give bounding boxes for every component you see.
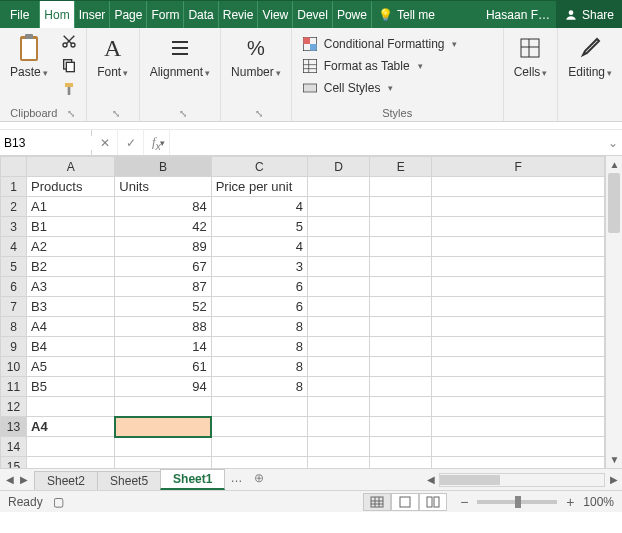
editing-button[interactable]: Editing▾ xyxy=(564,30,616,81)
scroll-left-icon[interactable]: ◀ xyxy=(422,471,439,488)
cell[interactable]: 6 xyxy=(211,277,307,297)
cell[interactable] xyxy=(211,437,307,457)
cell[interactable] xyxy=(115,397,211,417)
cell[interactable]: 5 xyxy=(211,217,307,237)
cell[interactable] xyxy=(307,257,369,277)
cell[interactable] xyxy=(432,177,605,197)
col-header-d[interactable]: D xyxy=(307,157,369,177)
alignment-launcher[interactable]: ⤡ xyxy=(179,108,187,119)
cell[interactable] xyxy=(307,457,369,469)
row-header[interactable]: 3 xyxy=(1,217,27,237)
clipboard-launcher[interactable]: ⤡ xyxy=(67,108,75,119)
cell[interactable]: 8 xyxy=(211,377,307,397)
cell[interactable] xyxy=(211,417,307,437)
cell[interactable] xyxy=(370,177,432,197)
row-header[interactable]: 11 xyxy=(1,377,27,397)
cell[interactable]: 8 xyxy=(211,337,307,357)
cell[interactable]: 52 xyxy=(115,297,211,317)
cell[interactable]: 87 xyxy=(115,277,211,297)
cell[interactable]: B1 xyxy=(27,217,115,237)
cell[interactable] xyxy=(27,397,115,417)
share-button[interactable]: Share xyxy=(556,1,622,28)
powerpivot-tab[interactable]: Powe xyxy=(333,1,372,28)
font-launcher[interactable]: ⤡ xyxy=(112,108,120,119)
file-tab[interactable]: File xyxy=(0,1,40,28)
cell[interactable]: Price per unit xyxy=(211,177,307,197)
cell[interactable] xyxy=(307,417,369,437)
col-header-c[interactable]: C xyxy=(211,157,307,177)
cell[interactable] xyxy=(307,377,369,397)
cell[interactable] xyxy=(211,457,307,469)
insert-tab[interactable]: Inser xyxy=(75,1,111,28)
cell[interactable] xyxy=(370,237,432,257)
format-painter-button[interactable] xyxy=(58,78,80,100)
col-header-a[interactable]: A xyxy=(27,157,115,177)
scroll-right-icon[interactable]: ▶ xyxy=(605,471,622,488)
cell[interactable] xyxy=(115,457,211,469)
zoom-out-button[interactable]: − xyxy=(457,494,471,510)
cell[interactable]: A4 xyxy=(27,317,115,337)
cells-button[interactable]: Cells▾ xyxy=(510,30,552,81)
cell[interactable] xyxy=(115,437,211,457)
macro-record-icon[interactable]: ▢ xyxy=(53,495,64,509)
cell[interactable] xyxy=(27,437,115,457)
row-header[interactable]: 6 xyxy=(1,277,27,297)
user-name[interactable]: Hasaan F… xyxy=(480,1,556,28)
formulas-tab[interactable]: Form xyxy=(147,1,184,28)
cell[interactable]: 14 xyxy=(115,337,211,357)
normal-view-button[interactable] xyxy=(363,493,391,511)
cell[interactable]: 61 xyxy=(115,357,211,377)
cell[interactable] xyxy=(370,197,432,217)
cell[interactable] xyxy=(307,177,369,197)
paste-button[interactable]: Paste▾ xyxy=(6,30,52,81)
cell[interactable]: 88 xyxy=(115,317,211,337)
cell[interactable]: A5 xyxy=(27,357,115,377)
cell[interactable] xyxy=(370,297,432,317)
cell[interactable] xyxy=(370,357,432,377)
cell[interactable] xyxy=(432,257,605,277)
add-sheet-button[interactable]: ⊕ xyxy=(248,469,270,490)
cell[interactable] xyxy=(432,397,605,417)
cell[interactable]: 4 xyxy=(211,237,307,257)
view-tab[interactable]: View xyxy=(258,1,293,28)
number-button[interactable]: % Number▾ xyxy=(227,30,285,81)
row-header[interactable]: 12 xyxy=(1,397,27,417)
col-header-f[interactable]: F xyxy=(432,157,605,177)
cell[interactable]: A4 xyxy=(27,417,115,437)
cell[interactable] xyxy=(370,417,432,437)
cell[interactable]: B5 xyxy=(27,377,115,397)
font-button[interactable]: A Font▾ xyxy=(93,30,133,81)
cell[interactable]: 67 xyxy=(115,257,211,277)
cell[interactable]: 8 xyxy=(211,357,307,377)
cell[interactable] xyxy=(307,197,369,217)
cell[interactable] xyxy=(432,457,605,469)
formula-input[interactable] xyxy=(170,130,604,155)
cell[interactable]: 4 xyxy=(211,197,307,217)
cell[interactable] xyxy=(432,437,605,457)
cell[interactable] xyxy=(307,237,369,257)
zoom-in-button[interactable]: + xyxy=(563,494,577,510)
cell[interactable]: Products xyxy=(27,177,115,197)
cell[interactable] xyxy=(27,457,115,469)
cancel-formula-button[interactable]: ✕ xyxy=(92,130,118,155)
cell[interactable] xyxy=(307,297,369,317)
zoom-level[interactable]: 100% xyxy=(583,495,614,509)
cell-styles-button[interactable]: Cell Styles▾ xyxy=(298,78,462,98)
row-header[interactable]: 5 xyxy=(1,257,27,277)
cell[interactable]: A2 xyxy=(27,237,115,257)
row-header[interactable]: 2 xyxy=(1,197,27,217)
more-tabs-button[interactable]: … xyxy=(224,469,248,490)
cell[interactable] xyxy=(432,417,605,437)
tab-next-icon[interactable]: ▶ xyxy=(20,474,28,485)
row-header[interactable]: 15 xyxy=(1,457,27,469)
cell[interactable] xyxy=(307,217,369,237)
cell[interactable]: B4 xyxy=(27,337,115,357)
col-header-b[interactable]: B xyxy=(115,157,211,177)
sheet-tab-active[interactable]: Sheet1 xyxy=(160,469,225,490)
row-header[interactable]: 10 xyxy=(1,357,27,377)
col-header-e[interactable]: E xyxy=(370,157,432,177)
cell[interactable]: A3 xyxy=(27,277,115,297)
cell[interactable] xyxy=(370,277,432,297)
format-as-table-button[interactable]: Format as Table▾ xyxy=(298,56,462,76)
cell[interactable] xyxy=(307,357,369,377)
